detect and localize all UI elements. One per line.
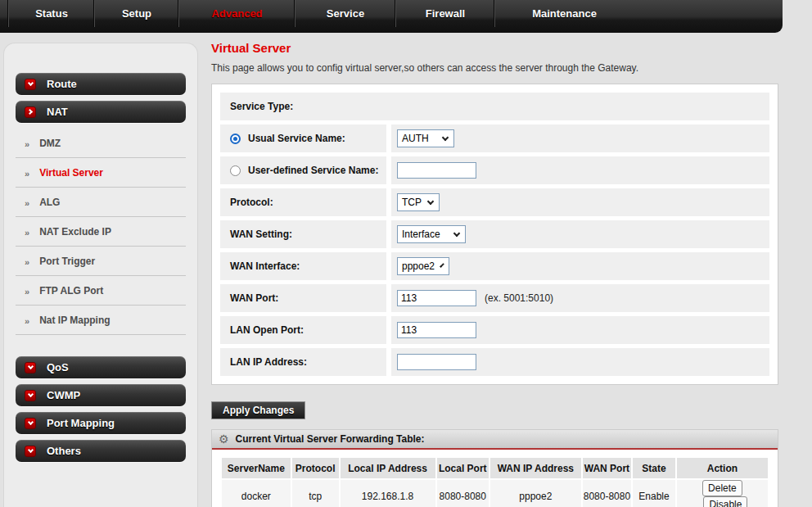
select-chevron-icon — [442, 134, 449, 140]
wan-setting-label-cell: WAN Setting: — [220, 220, 386, 248]
nav-tab-advanced-label: Advanced — [211, 7, 262, 20]
lan-open-port-label: LAN Open Port: — [230, 324, 304, 336]
user-defined-service-row: User-defined Service Name: — [220, 156, 769, 184]
sidebar-section-others[interactable]: Others — [16, 440, 186, 462]
sidebar-section-nat[interactable]: NAT — [16, 101, 186, 123]
cell-local-ip: 192.168.1.8 — [341, 480, 435, 507]
sidebar-item-dmz-label: DMZ — [39, 138, 61, 149]
wan-interface-label: WAN Interface: — [230, 260, 300, 272]
double-chevron-icon — [25, 165, 29, 180]
sidebar-item-ftp-alg-port-label: FTP ALG Port — [39, 285, 103, 297]
wan-interface-row: WAN Interface: pppoe2 — [220, 252, 769, 280]
select-chevron-icon — [453, 229, 460, 236]
usual-service-name-cell: Usual Service Name: — [220, 124, 386, 152]
apply-changes-button[interactable]: Apply Changes — [211, 401, 305, 419]
usual-service-select-value: AUTH — [402, 133, 429, 144]
sidebar-item-ftp-alg-port[interactable]: FTP ALG Port — [16, 276, 186, 306]
cell-wan-ip: pppoe2 — [490, 480, 581, 507]
sidebar-item-virtual-server[interactable]: Virtual Server — [16, 158, 186, 188]
nav-tab-setup[interactable]: Setup — [94, 0, 178, 27]
usual-service-name-row: Usual Service Name: AUTH — [220, 124, 769, 152]
lan-ip-address-input[interactable] — [397, 354, 476, 370]
sidebar-section-route[interactable]: Route — [16, 73, 186, 95]
chevron-down-icon — [27, 447, 33, 453]
nav-tab-service[interactable]: Service — [295, 0, 395, 27]
wan-port-hint: (ex. 5001:5010) — [485, 292, 553, 304]
lan-ip-address-control-cell — [391, 348, 769, 376]
wan-setting-select-value: Interface — [402, 229, 440, 240]
lan-open-port-input[interactable] — [397, 322, 476, 338]
cell-server-name: docker — [222, 480, 291, 507]
service-type-label: Service Type: — [230, 101, 293, 112]
col-header-local-ip-address: Local IP Address — [341, 458, 435, 478]
user-defined-service-label: User-defined Service Name: — [248, 165, 378, 176]
sidebar-item-alg[interactable]: ALG — [16, 188, 186, 217]
chevron-down-icon — [27, 364, 33, 369]
nav-tab-setup-label: Setup — [122, 7, 151, 20]
wan-interface-select[interactable]: pppoe2 — [397, 257, 449, 275]
sidebar-item-port-trigger[interactable]: Port Trigger — [16, 247, 186, 276]
page-title: Virtual Server — [211, 41, 779, 56]
nav-tab-status-label: Status — [35, 7, 68, 20]
sidebar-section-route-label: Route — [47, 78, 77, 90]
sidebar-section-cwmp[interactable]: CWMP — [16, 384, 186, 406]
nav-tab-service-label: Service — [327, 7, 364, 20]
wan-setting-row: WAN Setting: Interface — [220, 220, 769, 248]
cwmp-expand-box — [25, 390, 36, 401]
nat-submenu: DMZ Virtual Server ALG NAT Exclude IP Po… — [16, 129, 186, 335]
nav-tab-maintenance[interactable]: Maintenance — [494, 0, 634, 27]
protocol-control-cell: TCP — [391, 188, 769, 216]
wan-port-input[interactable] — [397, 290, 476, 306]
sidebar: Route NAT DMZ Virtual Server ALG NAT Exc… — [3, 43, 198, 507]
protocol-row: Protocol: TCP — [220, 188, 769, 216]
delete-button[interactable]: Delete — [702, 480, 742, 496]
nav-tab-firewall[interactable]: Firewall — [395, 0, 494, 27]
forwarding-table-header-bar: Current Virtual Server Forwarding Table: — [212, 430, 778, 450]
double-chevron-icon — [25, 136, 29, 151]
protocol-select[interactable]: TCP — [397, 193, 440, 211]
nav-tab-advanced[interactable]: Advanced — [178, 0, 295, 27]
chevron-down-icon — [27, 419, 33, 425]
service-type-row: Service Type: — [220, 93, 769, 120]
user-defined-service-radio[interactable] — [230, 165, 241, 176]
col-header-wan-ip-address: WAN IP Address — [490, 458, 581, 478]
sidebar-section-cwmp-label: CWMP — [47, 389, 80, 401]
double-chevron-icon — [25, 195, 29, 210]
wan-port-label: WAN Port: — [230, 292, 278, 304]
cell-state: Enable — [633, 480, 675, 507]
wan-port-label-cell: WAN Port: — [220, 284, 386, 312]
sidebar-item-nat-ip-mapping[interactable]: Nat IP Mapping — [16, 306, 186, 335]
sidebar-section-others-label: Others — [47, 445, 81, 457]
chevron-down-icon — [27, 392, 33, 397]
double-chevron-icon — [25, 254, 29, 269]
page-description: This page allows you to config virtual s… — [211, 62, 779, 74]
route-expand-box — [25, 79, 36, 90]
forwarding-table-wrap: ServerName Protocol Local IP Address Loc… — [212, 450, 778, 507]
col-header-state: State — [633, 458, 675, 478]
protocol-label: Protocol: — [230, 197, 273, 208]
lan-ip-address-row: LAN IP Address: — [220, 348, 769, 376]
user-defined-service-cell: User-defined Service Name: — [220, 156, 386, 184]
chevron-right-icon — [26, 109, 32, 115]
sidebar-item-dmz[interactable]: DMZ — [16, 129, 186, 158]
disable-button[interactable]: Disable — [703, 496, 747, 507]
nav-tab-firewall-label: Firewall — [426, 7, 465, 20]
usual-service-select[interactable]: AUTH — [397, 129, 454, 147]
cell-protocol: tcp — [292, 480, 339, 507]
sidebar-item-nat-exclude-ip[interactable]: NAT Exclude IP — [16, 217, 186, 247]
sidebar-section-port-mapping[interactable]: Port Mapping — [16, 412, 186, 434]
wan-port-row: WAN Port: (ex. 5001:5010) — [220, 284, 769, 312]
nav-tab-status[interactable]: Status — [8, 0, 94, 27]
col-header-local-port: Local Port — [437, 458, 489, 478]
protocol-label-cell: Protocol: — [220, 188, 386, 216]
usual-service-radio[interactable] — [230, 134, 241, 144]
wan-setting-select[interactable]: Interface — [397, 225, 466, 243]
table-row: docker tcp 192.168.1.8 8080-8080 pppoe2 … — [222, 480, 768, 507]
lan-open-port-label-cell: LAN Open Port: — [220, 316, 386, 344]
wan-setting-control-cell: Interface — [391, 220, 769, 248]
gear-icon — [219, 432, 229, 446]
col-header-action: Action — [677, 458, 768, 478]
sidebar-item-nat-ip-mapping-label: Nat IP Mapping — [39, 315, 110, 326]
user-defined-service-input[interactable] — [397, 162, 476, 179]
sidebar-section-qos[interactable]: QoS — [16, 356, 186, 378]
